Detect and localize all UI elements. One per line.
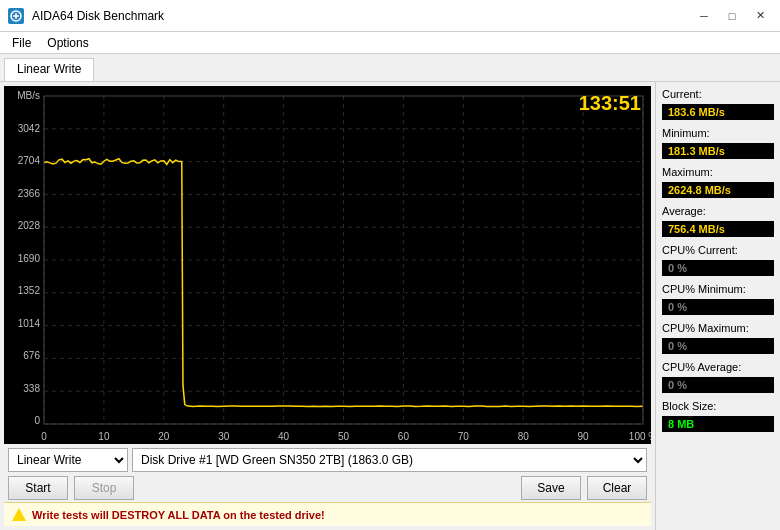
warning-bar: Write tests will DESTROY ALL DATA on the… (4, 502, 651, 526)
tab-bar: Linear Write (0, 54, 780, 82)
average-label: Average: (662, 205, 774, 217)
ylabel-2028: 2028 (4, 220, 40, 231)
cpu-average-label: CPU% Average: (662, 361, 774, 373)
maximize-button[interactable]: □ (720, 6, 744, 26)
cpu-average-value: 0 % (662, 377, 774, 393)
tab-linear-write[interactable]: Linear Write (4, 58, 94, 81)
test-type-dropdown[interactable]: Linear Write (8, 448, 128, 472)
cpu-minimum-value: 0 % (662, 299, 774, 315)
right-panel: Current: 183.6 MB/s Minimum: 181.3 MB/s … (655, 82, 780, 530)
action-buttons: Start Stop Save Clear (4, 474, 651, 502)
ylabel-1014: 1014 (4, 318, 40, 329)
clear-button[interactable]: Clear (587, 476, 647, 500)
timer-display: 133:51 (579, 92, 641, 115)
cpu-maximum-label: CPU% Maximum: (662, 322, 774, 334)
minimum-value: 181.3 MB/s (662, 143, 774, 159)
stop-button[interactable]: Stop (74, 476, 134, 500)
ylabel-3042: 3042 (4, 123, 40, 134)
cpu-maximum-value: 0 % (662, 338, 774, 354)
block-size-value: 8 MB (662, 416, 774, 432)
disk-select-dropdown[interactable]: Disk Drive #1 [WD Green SN350 2TB] (1863… (132, 448, 647, 472)
menu-options[interactable]: Options (39, 34, 96, 51)
menu-file[interactable]: File (4, 34, 39, 51)
benchmark-chart (4, 86, 651, 444)
current-value: 183.6 MB/s (662, 104, 774, 120)
title-bar: AIDA64 Disk Benchmark ─ □ ✕ (0, 0, 780, 32)
chart-container: 133:51 MB/s 3042 2704 2366 2028 1690 135… (4, 86, 651, 444)
block-size-label: Block Size: (662, 400, 774, 412)
warning-triangle-icon (12, 508, 26, 521)
app-icon (8, 8, 24, 24)
ylabel-1690: 1690 (4, 253, 40, 264)
ylabel-mb: MB/s (4, 90, 40, 101)
controls-bar: Linear Write Disk Drive #1 [WD Green SN3… (4, 444, 651, 474)
warning-text: Write tests will DESTROY ALL DATA on the… (32, 509, 325, 521)
minimize-button[interactable]: ─ (692, 6, 716, 26)
menu-bar: File Options (0, 32, 780, 54)
maximum-value: 2624.8 MB/s (662, 182, 774, 198)
chart-area: 133:51 MB/s 3042 2704 2366 2028 1690 135… (0, 82, 655, 530)
cpu-current-label: CPU% Current: (662, 244, 774, 256)
ylabel-676: 676 (4, 350, 40, 361)
ylabel-2366: 2366 (4, 188, 40, 199)
cpu-minimum-label: CPU% Minimum: (662, 283, 774, 295)
ylabel-2704: 2704 (4, 155, 40, 166)
main-content: 133:51 MB/s 3042 2704 2366 2028 1690 135… (0, 82, 780, 530)
cpu-current-value: 0 % (662, 260, 774, 276)
maximum-label: Maximum: (662, 166, 774, 178)
average-value: 756.4 MB/s (662, 221, 774, 237)
close-button[interactable]: ✕ (748, 6, 772, 26)
window-controls: ─ □ ✕ (692, 6, 772, 26)
minimum-label: Minimum: (662, 127, 774, 139)
ylabel-1352: 1352 (4, 285, 40, 296)
current-label: Current: (662, 88, 774, 100)
ylabel-0: 0 (4, 415, 40, 426)
ylabel-338: 338 (4, 383, 40, 394)
window-title: AIDA64 Disk Benchmark (32, 9, 164, 23)
save-button[interactable]: Save (521, 476, 581, 500)
start-button[interactable]: Start (8, 476, 68, 500)
